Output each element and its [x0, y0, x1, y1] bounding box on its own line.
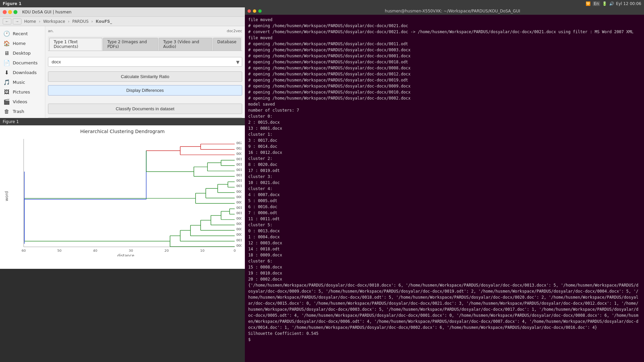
- fm-title: KOU DoSA GUI | husmen: [22, 10, 71, 14]
- nav-back-btn[interactable]: ←: [3, 18, 11, 24]
- terminal-line: # opening /home/husmen/Workspace/PARDUS/…: [248, 59, 641, 65]
- terminal-line: 20 : 0002.docx: [248, 276, 641, 282]
- terminal-line: 9 : 0014.doc: [248, 143, 641, 149]
- svg-text:0005.od: 0005.od: [236, 217, 241, 220]
- nav-home[interactable]: Home: [23, 19, 37, 24]
- terminal-line: 10 : 0021.doc: [248, 180, 641, 186]
- terminal-line: # opening /home/husmen/Workspace/PARDUS/…: [248, 53, 641, 59]
- sidebar-item-trash[interactable]: 🗑 Trash: [0, 107, 45, 116]
- window-max-btn[interactable]: [13, 10, 17, 14]
- tab-type3[interactable]: Type 3 (Video and Audio): [159, 38, 212, 51]
- terminal-line: 16 : 0012.docx: [248, 149, 641, 156]
- svg-text:60: 60: [21, 249, 26, 252]
- sidebar-item-desktop[interactable]: 🖥 Desktop: [0, 48, 45, 58]
- y-axis-label: word: [3, 136, 10, 256]
- tab-type2[interactable]: Type 2 (Images and PDFs): [103, 38, 158, 51]
- svg-text:10: 10: [200, 249, 205, 252]
- terminal-line: # opening /home/husmen/Workspace/PARDUS/…: [248, 41, 641, 47]
- sidebar-item-recent[interactable]: 🕐 Recent: [0, 29, 45, 39]
- terminal-max-btn[interactable]: [258, 9, 262, 13]
- nav-koufs[interactable]: KouFS_: [94, 19, 113, 24]
- sidebar-item-downloads[interactable]: ⬇ Downloads: [0, 68, 45, 77]
- terminal-line: 7 : 0006.odt: [248, 210, 641, 216]
- terminal-line: 19 : 0010.docx: [248, 270, 641, 276]
- trash-icon: 🗑: [3, 108, 10, 115]
- desktop-icon: 🖥: [3, 50, 10, 56]
- doctype-dropdown[interactable]: docx doc odt txt: [48, 57, 242, 67]
- svg-text:0008.do: 0008.do: [236, 244, 241, 247]
- svg-text:0021.do: 0021.do: [236, 141, 241, 145]
- volume-icon: 🔊: [609, 1, 614, 6]
- tab-type1[interactable]: Type 1 (Text Documents): [49, 38, 102, 51]
- sidebar: 🕐 Recent 🏠 Home 🖥 Desktop 📄: [0, 26, 45, 118]
- nav-forward-btn[interactable]: →: [13, 18, 21, 24]
- terminal-line: 18 : 0009.docx: [248, 252, 641, 258]
- classify-docs-btn[interactable]: Classify Documents in dataset: [48, 104, 242, 114]
- terminal-line: 4 : 0007.docx: [248, 192, 641, 198]
- terminal-line: file moved: [248, 17, 641, 23]
- terminal-line: 12 : 0003.docx: [248, 240, 641, 246]
- nav-pardus[interactable]: PARDUS: [71, 19, 90, 24]
- nav-sep1: ›: [39, 19, 40, 24]
- terminal-line: # opening /home/husmen/Workspace/PARDUS/…: [248, 47, 641, 53]
- dendrogram-title: Hierarchical Clustering Dendrogram: [0, 125, 245, 136]
- terminal-min-btn[interactable]: [253, 9, 256, 13]
- svg-text:0019.od: 0019.od: [236, 158, 241, 161]
- svg-text:0009.do: 0009.do: [236, 201, 241, 204]
- terminal-line: Silhouette Coefficient: 0.545: [248, 330, 641, 337]
- pictures-icon: 🖼: [3, 89, 10, 95]
- svg-text:0014.do: 0014.do: [236, 174, 241, 177]
- svg-text:0018.od: 0018.od: [236, 185, 241, 188]
- terminal-line: # opening /home/husmen/Workspace/PARDUS/…: [248, 23, 641, 29]
- doctype-dropdown-wrap: docx doc odt txt ▼: [48, 57, 242, 67]
- window-close-btn[interactable]: [3, 10, 7, 14]
- nav-workspace[interactable]: Workspace: [42, 19, 67, 24]
- terminal-titlebar: husmen@husmen-X550VXK: ~/Workspace/PARDU…: [245, 7, 644, 15]
- terminal-line: cluster 0:: [248, 113, 641, 119]
- terminal-close-btn[interactable]: [248, 9, 251, 13]
- dendrogram-svg: 60 50 40 30 20 10 0 0021.do 0020.do: [10, 136, 241, 256]
- sidebar-item-pictures[interactable]: 🖼 Pictures: [0, 87, 45, 97]
- terminal-line: cluster 5:: [248, 222, 641, 228]
- terminal-line: 15 : 0008.docx: [248, 264, 641, 270]
- terminal-line: 14 : 0018.odt: [248, 246, 641, 252]
- terminal-line: # opening /home/husmen/Workspace/PARDUS/…: [248, 83, 641, 89]
- svg-text:0003.do: 0003.do: [236, 195, 241, 199]
- sidebar-item-music[interactable]: 🎵 Music: [0, 77, 45, 87]
- topbar: Figure 1 🛜 En 🔋 🔊 Eyl 12 00:06: [0, 0, 644, 7]
- terminal-line: 6 : 0016.doc: [248, 204, 641, 210]
- svg-text:0016.do: 0016.do: [236, 212, 241, 215]
- svg-text:0015.do: 0015.do: [236, 179, 241, 183]
- sidebar-item-videos[interactable]: 🎬 Videos: [0, 97, 45, 107]
- terminal-line: $: [248, 337, 641, 343]
- svg-text:0: 0: [233, 249, 235, 252]
- svg-text:0010.do: 0010.do: [236, 239, 241, 242]
- tab-database[interactable]: Database: [213, 38, 241, 51]
- terminal-line: cluster 3:: [248, 174, 641, 180]
- terminal-line: 2 : 0015.docx: [248, 119, 641, 125]
- calc-similarity-btn[interactable]: Calculate Similarity Ratio: [48, 71, 242, 82]
- terminal-line: 17 : 0019.odt: [248, 168, 641, 174]
- display-differences-btn[interactable]: Display Differences: [48, 85, 242, 96]
- terminal-line: # opening /home/husmen/Workspace/PARDUS/…: [248, 71, 641, 77]
- terminal-line: file moved: [248, 35, 641, 41]
- terminal-line: number of clusters: 7: [248, 107, 641, 113]
- window-min-btn[interactable]: [8, 10, 12, 14]
- nav-sep3: ›: [91, 19, 93, 24]
- terminal-line: # convert /home/husmen/Workspace/PARDUS/…: [248, 29, 641, 35]
- svg-text:0002.do: 0002.do: [236, 233, 241, 237]
- figure-content: Hierarchical Clustering Dendrogram word …: [0, 125, 245, 269]
- svg-text:0007.do: 0007.do: [236, 222, 241, 226]
- sidebar-item-home[interactable]: 🏠 Home: [0, 39, 45, 48]
- downloads-icon: ⬇: [3, 69, 10, 76]
- terminal-line: cluster 2:: [248, 156, 641, 162]
- terminal-line: 13 : 0001.docx: [248, 125, 641, 131]
- terminal-panel: husmen@husmen-X550VXK: ~/Workspace/PARDU…: [245, 7, 644, 362]
- music-icon: 🎵: [3, 79, 10, 85]
- svg-text:0011.od: 0011.od: [236, 206, 241, 209]
- sidebar-item-documents[interactable]: 📄 Documents: [0, 58, 45, 68]
- terminal-line: # opening /home/husmen/Workspace/PARDUS/…: [248, 65, 641, 71]
- terminal-body[interactable]: file moved# opening /home/husmen/Workspa…: [245, 15, 644, 362]
- battery-icon: 🔋: [602, 1, 607, 6]
- figure-label: Figure 1: [3, 119, 19, 124]
